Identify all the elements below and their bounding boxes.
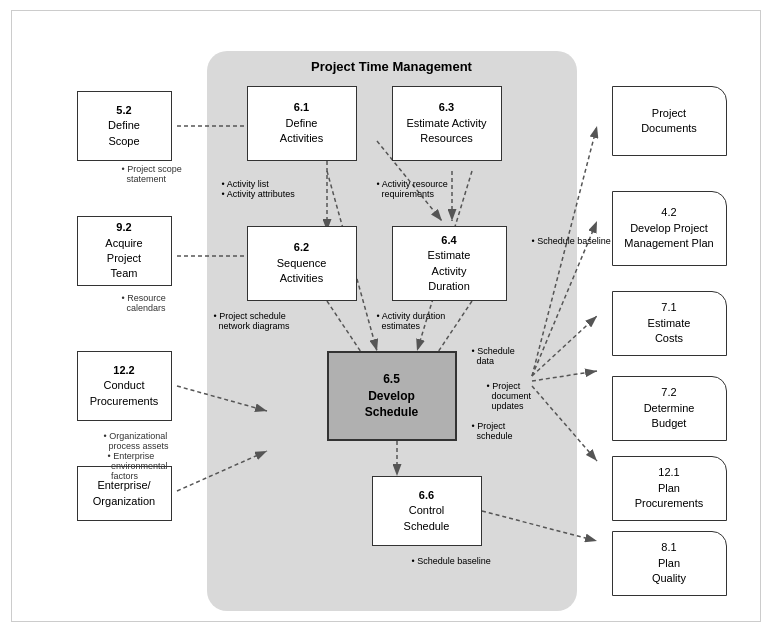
box-estimate-costs: 7.1 EstimateCosts	[612, 291, 727, 356]
box-dev-mgmt-plan: 4.2 Develop ProjectManagement Plan	[612, 191, 727, 266]
box-conduct-proc: 12.2 ConductProcurements	[77, 351, 172, 421]
box-estimate-resources: 6.3 Estimate ActivityResources	[392, 86, 502, 161]
label-project-scope: Project scope statement	[122, 164, 182, 184]
box-acquire-team: 9.2 AcquireProjectTeam	[77, 216, 172, 286]
box-project-docs: ProjectDocuments	[612, 86, 727, 156]
label-schedule-baseline-bot: • Schedule baseline	[412, 556, 491, 566]
label-proj-doc-updates: • Project document updates	[487, 381, 532, 411]
box-plan-procurements: 12.1 PlanProcurements	[612, 456, 727, 521]
box-develop-schedule: 6.5 DevelopSchedule	[327, 351, 457, 441]
diagram-container: Project Time Management	[11, 10, 761, 622]
box-define-activities: 6.1 DefineActivities	[247, 86, 357, 161]
box-estimate-duration: 6.4 EstimateActivityDuration	[392, 226, 507, 301]
diagram-inner: Project Time Management	[22, 21, 772, 611]
box-control-schedule: 6.6 ControlSchedule	[372, 476, 482, 546]
label-schedule-data: • Schedule data	[472, 346, 515, 366]
box-determine-budget: 7.2 DetermineBudget	[612, 376, 727, 441]
gray-area-title: Project Time Management	[207, 59, 577, 74]
box-sequence-activities: 6.2 SequenceActivities	[247, 226, 357, 301]
label-schedule-baseline-top: • Schedule baseline	[532, 236, 611, 246]
label-activity-list: • Activity list• Activity attributes	[222, 179, 295, 199]
box-define-scope: 5.2 DefineScope	[77, 91, 172, 161]
label-proj-schedule: • Project schedule	[472, 421, 513, 441]
box-plan-quality: 8.1 PlanQuality	[612, 531, 727, 596]
label-activity-dur-est: • Activity duration estimates	[377, 311, 446, 331]
label-activity-res-req: • Activity resource requirements	[377, 179, 448, 199]
label-resource-calendars: Resource calendars	[122, 293, 166, 313]
label-org-process: Organizational process assets• Enterpris…	[104, 431, 169, 481]
label-proj-sched-net: • Project schedule network diagrams	[214, 311, 290, 331]
